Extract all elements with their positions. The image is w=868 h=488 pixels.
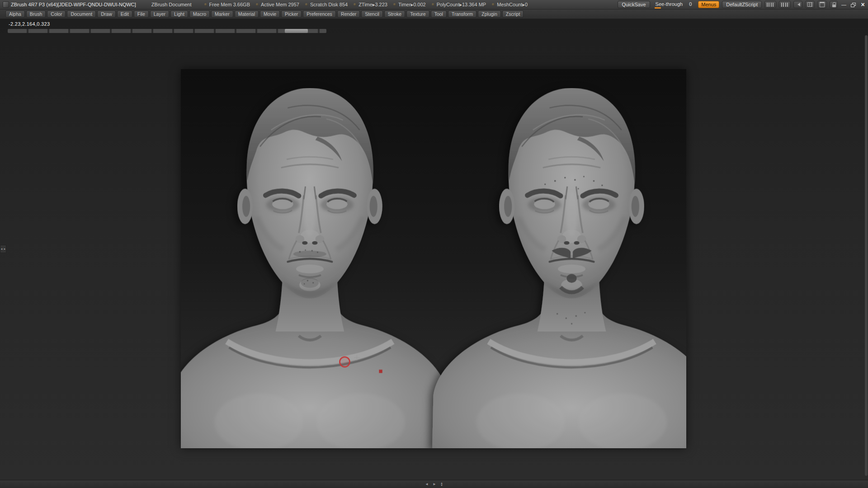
menu-item-stencil[interactable]: Stencil xyxy=(361,10,383,18)
menu-item-edit[interactable]: Edit xyxy=(117,10,132,18)
arrow-down-icon: ▼ xyxy=(440,484,443,487)
layout-panel-icon xyxy=(820,2,825,7)
scrollbar-thumb[interactable] xyxy=(285,29,308,33)
close-button[interactable]: × xyxy=(859,1,866,8)
right-tray-divider[interactable] xyxy=(865,35,868,476)
menu-item-color[interactable]: Color xyxy=(47,10,66,18)
menu-item-alpha[interactable]: Alpha xyxy=(5,10,25,18)
stat-polycount: PolyCount▸13.364 MP xyxy=(432,2,486,8)
cursor-coordinates-readout: -2.23,2.164,0.323 xyxy=(9,21,50,27)
menu-item-marker[interactable]: Marker xyxy=(211,10,233,18)
bullet-icon xyxy=(305,3,308,6)
sculpt-viewport xyxy=(181,69,686,448)
bullet-icon xyxy=(432,3,434,6)
minimize-button[interactable]: — xyxy=(840,1,847,8)
menu-item-zplugin[interactable]: Zplugin xyxy=(478,10,500,18)
menu-item-macro[interactable]: Macro xyxy=(189,10,210,18)
see-through-value: 0 xyxy=(689,1,692,7)
close-icon: × xyxy=(861,1,864,8)
title-bar: ZBrush 4R7 P3 (x64)[JDED-WIPF-QNDU-DWUI-… xyxy=(0,0,868,9)
top-tray-scrollbar[interactable] xyxy=(8,29,326,33)
layout-grid-button[interactable] xyxy=(805,1,815,8)
menu-item-movie[interactable]: Movie xyxy=(260,10,280,18)
layout-grid-icon xyxy=(807,2,812,7)
lock-button[interactable] xyxy=(830,1,838,8)
slider-tick-icon xyxy=(655,7,661,9)
menu-item-render[interactable]: Render xyxy=(337,10,360,18)
titlebar-stats: Free Mem 3.66GB Active Mem 2957 Scratch … xyxy=(204,2,528,8)
stroke-start-mark xyxy=(379,370,382,373)
menus-toggle-button[interactable]: Menus xyxy=(698,1,719,8)
left-tray-stripes-button[interactable] xyxy=(764,1,776,8)
stripes-icon xyxy=(781,3,788,7)
menu-item-draw[interactable]: Draw xyxy=(97,10,116,18)
menu-item-picker[interactable]: Picker xyxy=(281,10,302,18)
default-zscript-button[interactable]: DefaultZScript xyxy=(722,1,762,8)
menu-item-tool[interactable]: Tool xyxy=(431,10,447,18)
scroll-left-handle[interactable]: ◄ xyxy=(425,483,429,486)
menu-item-file[interactable]: File xyxy=(134,10,149,18)
bullet-icon xyxy=(204,3,207,6)
restore-button[interactable] xyxy=(850,1,857,8)
canvas-area xyxy=(0,19,868,480)
menu-item-transform[interactable]: Transform xyxy=(448,10,476,18)
right-tray-stripes-button[interactable] xyxy=(779,1,791,8)
menu-bar: Alpha Brush Color Document Draw Edit Fil… xyxy=(0,9,868,19)
bullet-icon xyxy=(492,3,495,6)
titlebar-actions: QuickSave See-through 0 Menus DefaultZSc… xyxy=(618,1,866,8)
stripes-icon xyxy=(767,3,774,7)
arrow-right-icon: ► xyxy=(4,248,6,250)
bottom-tray-toggle[interactable]: ▲ ▼ xyxy=(440,482,443,487)
see-through-label: See-through xyxy=(656,1,683,7)
stat-meshcount: MeshCount▸0 xyxy=(492,2,528,8)
tray-arrow-icon xyxy=(796,3,800,6)
stat-ztime: ZTime▸3.223 xyxy=(354,2,387,8)
menu-item-brush[interactable]: Brush xyxy=(26,10,46,18)
menu-item-stroke[interactable]: Stroke xyxy=(384,10,405,18)
bottom-tray: ◄ ► ▲ ▼ xyxy=(0,480,868,488)
document-title: ZBrush Document xyxy=(151,2,192,7)
see-through-slider[interactable]: See-through 0 xyxy=(653,1,696,8)
stat-free-mem: Free Mem 3.66GB xyxy=(204,2,250,7)
bullet-icon xyxy=(393,3,396,6)
bullet-icon xyxy=(354,3,356,6)
layout-panel-button[interactable] xyxy=(817,1,827,8)
bullet-icon xyxy=(256,3,259,6)
zbrush-app: ZBrush 4R7 P3 (x64)[JDED-WIPF-QNDU-DWUI-… xyxy=(0,0,868,488)
stat-scratch-disk: Scratch Disk 854 xyxy=(305,2,348,7)
tray-arrow-button[interactable] xyxy=(793,1,802,8)
zbrush-logo xyxy=(3,1,9,8)
menu-item-light[interactable]: Light xyxy=(170,10,188,18)
menu-item-layer[interactable]: Layer xyxy=(150,10,169,18)
stat-timer: Timer▸0.002 xyxy=(393,2,426,8)
document-canvas[interactable] xyxy=(181,69,686,448)
menu-item-zscript[interactable]: Zscript xyxy=(502,10,524,18)
menu-item-material[interactable]: Material xyxy=(235,10,259,18)
arrow-left-icon: ◄ xyxy=(0,248,3,250)
menu-item-preferences[interactable]: Preferences xyxy=(303,10,336,18)
menu-item-texture[interactable]: Texture xyxy=(406,10,429,18)
stat-active-mem: Active Mem 2957 xyxy=(256,2,299,7)
scroll-right-handle[interactable]: ► xyxy=(433,483,436,486)
menu-item-document[interactable]: Document xyxy=(67,10,96,18)
quicksave-button[interactable]: QuickSave xyxy=(618,1,650,8)
app-title: ZBrush 4R7 P3 (x64)[JDED-WIPF-QNDU-DWUI-… xyxy=(11,2,136,7)
left-tray-handle[interactable]: ◄► xyxy=(0,245,6,253)
minimize-icon: — xyxy=(841,2,846,7)
